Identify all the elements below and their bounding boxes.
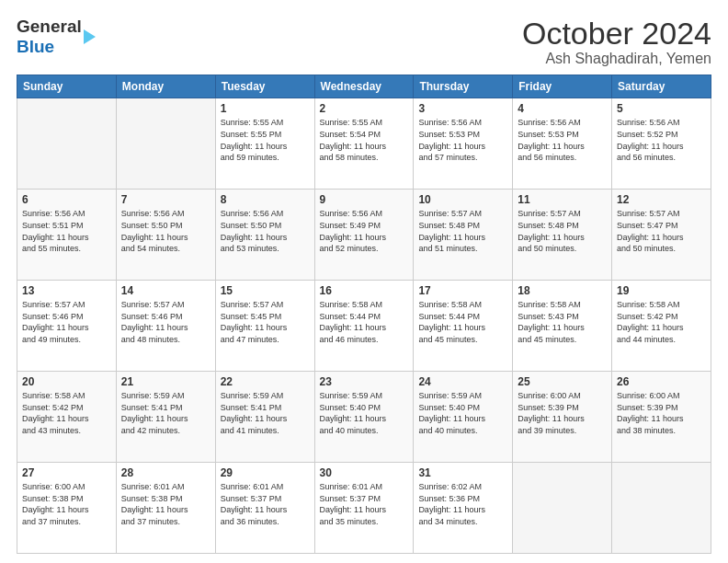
calendar-cell: 18Sunrise: 5:58 AM Sunset: 5:43 PM Dayli…	[513, 281, 612, 372]
col-sunday: Sunday	[17, 75, 117, 98]
calendar-cell: 28Sunrise: 6:01 AM Sunset: 5:38 PM Dayli…	[116, 463, 215, 554]
calendar-cell: 15Sunrise: 5:57 AM Sunset: 5:45 PM Dayli…	[215, 281, 314, 372]
calendar-cell: 3Sunrise: 5:56 AM Sunset: 5:53 PM Daylig…	[414, 98, 513, 190]
title-block: October 2024 Ash Shaghadirah, Yemen	[522, 17, 711, 67]
calendar-cell: 8Sunrise: 5:56 AM Sunset: 5:50 PM Daylig…	[215, 190, 314, 281]
day-info: Sunrise: 6:00 AM Sunset: 5:39 PM Dayligh…	[518, 390, 607, 436]
calendar-week-row: 1Sunrise: 5:55 AM Sunset: 5:55 PM Daylig…	[17, 98, 711, 190]
day-info: Sunrise: 5:57 AM Sunset: 5:45 PM Dayligh…	[221, 299, 310, 345]
day-number: 21	[121, 375, 210, 388]
day-info: Sunrise: 6:00 AM Sunset: 5:38 PM Dayligh…	[22, 481, 111, 527]
calendar-cell: 30Sunrise: 6:01 AM Sunset: 5:37 PM Dayli…	[314, 463, 414, 554]
day-number: 16	[320, 284, 409, 297]
calendar-cell: 4Sunrise: 5:56 AM Sunset: 5:53 PM Daylig…	[513, 98, 612, 190]
calendar-cell: 7Sunrise: 5:56 AM Sunset: 5:50 PM Daylig…	[116, 190, 215, 281]
day-info: Sunrise: 5:55 AM Sunset: 5:55 PM Dayligh…	[221, 117, 310, 163]
day-number: 15	[221, 284, 310, 297]
logo-bottom: Blue	[17, 37, 82, 57]
col-monday: Monday	[116, 75, 215, 98]
day-info: Sunrise: 6:00 AM Sunset: 5:39 PM Dayligh…	[617, 390, 706, 436]
day-info: Sunrise: 5:57 AM Sunset: 5:46 PM Dayligh…	[22, 299, 111, 345]
col-wednesday: Wednesday	[314, 75, 414, 98]
day-info: Sunrise: 5:57 AM Sunset: 5:48 PM Dayligh…	[518, 208, 607, 254]
day-info: Sunrise: 5:59 AM Sunset: 5:40 PM Dayligh…	[320, 390, 409, 436]
col-thursday: Thursday	[414, 75, 513, 98]
calendar-cell: 20Sunrise: 5:58 AM Sunset: 5:42 PM Dayli…	[17, 372, 117, 463]
day-info: Sunrise: 5:58 AM Sunset: 5:42 PM Dayligh…	[22, 390, 111, 436]
day-info: Sunrise: 5:57 AM Sunset: 5:48 PM Dayligh…	[418, 208, 507, 254]
calendar-table: Sunday Monday Tuesday Wednesday Thursday…	[17, 75, 711, 554]
day-info: Sunrise: 6:02 AM Sunset: 5:36 PM Dayligh…	[418, 481, 507, 527]
day-number: 5	[617, 102, 706, 115]
calendar-week-row: 6Sunrise: 5:56 AM Sunset: 5:51 PM Daylig…	[17, 190, 711, 281]
day-number: 3	[418, 102, 507, 115]
calendar-week-row: 27Sunrise: 6:00 AM Sunset: 5:38 PM Dayli…	[17, 463, 711, 554]
day-number: 13	[22, 284, 111, 297]
calendar-cell	[513, 463, 612, 554]
day-number: 12	[617, 193, 706, 206]
calendar-cell: 2Sunrise: 5:55 AM Sunset: 5:54 PM Daylig…	[314, 98, 414, 190]
day-number: 2	[320, 102, 409, 115]
day-info: Sunrise: 5:59 AM Sunset: 5:41 PM Dayligh…	[121, 390, 210, 436]
header: General Blue October 2024 Ash Shaghadira…	[17, 17, 711, 67]
day-info: Sunrise: 6:01 AM Sunset: 5:38 PM Dayligh…	[121, 481, 210, 527]
calendar-cell: 19Sunrise: 5:58 AM Sunset: 5:42 PM Dayli…	[612, 281, 711, 372]
day-number: 17	[418, 284, 507, 297]
calendar-header-row: Sunday Monday Tuesday Wednesday Thursday…	[17, 75, 711, 98]
day-info: Sunrise: 5:56 AM Sunset: 5:52 PM Dayligh…	[617, 117, 706, 163]
day-info: Sunrise: 5:56 AM Sunset: 5:51 PM Dayligh…	[22, 208, 111, 254]
day-number: 27	[22, 466, 111, 479]
calendar-cell: 14Sunrise: 5:57 AM Sunset: 5:46 PM Dayli…	[116, 281, 215, 372]
calendar-cell: 1Sunrise: 5:55 AM Sunset: 5:55 PM Daylig…	[215, 98, 314, 190]
calendar-cell: 10Sunrise: 5:57 AM Sunset: 5:48 PM Dayli…	[414, 190, 513, 281]
calendar-cell: 21Sunrise: 5:59 AM Sunset: 5:41 PM Dayli…	[116, 372, 215, 463]
day-number: 20	[22, 375, 111, 388]
day-info: Sunrise: 5:55 AM Sunset: 5:54 PM Dayligh…	[320, 117, 409, 163]
day-number: 8	[221, 193, 310, 206]
calendar-cell: 6Sunrise: 5:56 AM Sunset: 5:51 PM Daylig…	[17, 190, 117, 281]
calendar-cell: 9Sunrise: 5:56 AM Sunset: 5:49 PM Daylig…	[314, 190, 414, 281]
logo: General Blue	[17, 17, 96, 57]
calendar-title: October 2024	[522, 17, 711, 51]
page: General Blue October 2024 Ash Shaghadira…	[0, 0, 728, 563]
calendar-cell: 5Sunrise: 5:56 AM Sunset: 5:52 PM Daylig…	[612, 98, 711, 190]
day-info: Sunrise: 5:58 AM Sunset: 5:42 PM Dayligh…	[617, 299, 706, 345]
calendar-cell: 11Sunrise: 5:57 AM Sunset: 5:48 PM Dayli…	[513, 190, 612, 281]
day-info: Sunrise: 5:59 AM Sunset: 5:40 PM Dayligh…	[418, 390, 507, 436]
day-number: 14	[121, 284, 210, 297]
calendar-cell: 29Sunrise: 6:01 AM Sunset: 5:37 PM Dayli…	[215, 463, 314, 554]
day-number: 6	[22, 193, 111, 206]
day-number: 22	[221, 375, 310, 388]
col-saturday: Saturday	[612, 75, 711, 98]
day-number: 30	[320, 466, 409, 479]
calendar-cell: 25Sunrise: 6:00 AM Sunset: 5:39 PM Dayli…	[513, 372, 612, 463]
day-number: 19	[617, 284, 706, 297]
day-number: 4	[518, 102, 607, 115]
day-info: Sunrise: 5:56 AM Sunset: 5:53 PM Dayligh…	[518, 117, 607, 163]
day-number: 10	[418, 193, 507, 206]
calendar-cell: 23Sunrise: 5:59 AM Sunset: 5:40 PM Dayli…	[314, 372, 414, 463]
day-number: 7	[121, 193, 210, 206]
calendar-week-row: 20Sunrise: 5:58 AM Sunset: 5:42 PM Dayli…	[17, 372, 711, 463]
day-number: 23	[320, 375, 409, 388]
day-number: 9	[320, 193, 409, 206]
calendar-week-row: 13Sunrise: 5:57 AM Sunset: 5:46 PM Dayli…	[17, 281, 711, 372]
calendar-cell: 31Sunrise: 6:02 AM Sunset: 5:36 PM Dayli…	[414, 463, 513, 554]
day-info: Sunrise: 6:01 AM Sunset: 5:37 PM Dayligh…	[221, 481, 310, 527]
day-info: Sunrise: 5:56 AM Sunset: 5:49 PM Dayligh…	[320, 208, 409, 254]
day-info: Sunrise: 5:56 AM Sunset: 5:53 PM Dayligh…	[418, 117, 507, 163]
calendar-cell: 16Sunrise: 5:58 AM Sunset: 5:44 PM Dayli…	[314, 281, 414, 372]
day-number: 24	[418, 375, 507, 388]
day-number: 18	[518, 284, 607, 297]
day-info: Sunrise: 5:57 AM Sunset: 5:46 PM Dayligh…	[121, 299, 210, 345]
day-info: Sunrise: 5:58 AM Sunset: 5:44 PM Dayligh…	[418, 299, 507, 345]
day-info: Sunrise: 5:57 AM Sunset: 5:47 PM Dayligh…	[617, 208, 706, 254]
calendar-cell: 13Sunrise: 5:57 AM Sunset: 5:46 PM Dayli…	[17, 281, 117, 372]
day-number: 29	[221, 466, 310, 479]
calendar-cell: 17Sunrise: 5:58 AM Sunset: 5:44 PM Dayli…	[414, 281, 513, 372]
calendar-cell: 22Sunrise: 5:59 AM Sunset: 5:41 PM Dayli…	[215, 372, 314, 463]
day-number: 31	[418, 466, 507, 479]
day-number: 1	[221, 102, 310, 115]
day-info: Sunrise: 5:56 AM Sunset: 5:50 PM Dayligh…	[221, 208, 310, 254]
calendar-cell	[116, 98, 215, 190]
